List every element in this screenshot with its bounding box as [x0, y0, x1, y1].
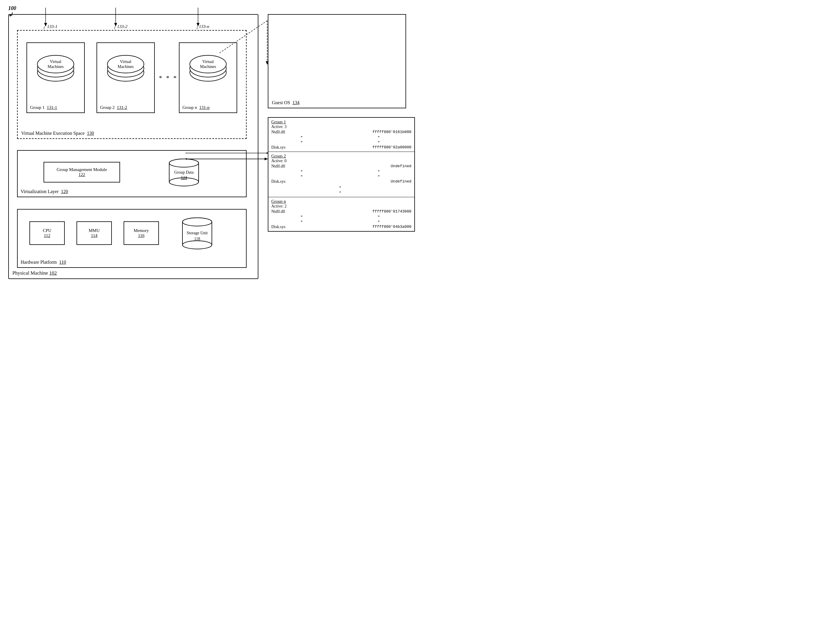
groupn-ntdll-key: Ntdll.dll — [271, 209, 298, 214]
arrow-label-133-n: 133-n — [199, 24, 209, 29]
group2-trailing-stars2: * — [271, 190, 411, 195]
mmu-box: MMU 114 — [77, 221, 112, 245]
group-2-label: Group 2 131-2 — [100, 105, 127, 110]
groupn-ntdll-value: fffff880'01743000 — [372, 209, 411, 214]
mgmt-module-box: Group Management Module 122 — [44, 162, 120, 183]
storage-unit-cylinder: Storage Unit 118 — [180, 216, 215, 254]
group1-stars1: * * — [271, 135, 411, 139]
svg-text:Virtual: Virtual — [50, 59, 62, 64]
svg-text:Machines: Machines — [118, 64, 134, 69]
cpu-ref: 112 — [44, 233, 50, 238]
guest-os-ref: 134 — [292, 100, 300, 105]
groupn-disksys-key: Disk.sys — [271, 225, 298, 229]
hw-platform-text: Hardware Platform — [21, 260, 57, 265]
group1-disksys-row: Disk.sys fffff880'02a00000 — [271, 145, 411, 150]
svg-point-2 — [38, 56, 74, 73]
group-2-box: Virtual Machines Group 2 131-2 — [96, 42, 155, 113]
svg-point-7 — [108, 56, 144, 73]
physical-machine-ref: 102 — [49, 270, 57, 276]
groupn-stars2: * * — [271, 219, 411, 224]
guest-os-text: Guest OS — [272, 100, 290, 105]
physical-machine-text: Physical Machine — [12, 270, 48, 276]
stars-between-groups: * * * — [159, 74, 178, 82]
data-table: Group 1 Active: 3 Ntdll.dll fffff880'016… — [268, 117, 415, 232]
mmu-ref: 114 — [91, 233, 97, 238]
virt-layer-label: Virtualization Layer 120 — [21, 189, 68, 194]
group2-ntdll-row: Ntdll.dll Undefined — [271, 164, 411, 168]
group2-stars1: * * — [271, 169, 411, 174]
group2-ntdll-value: Undefined — [391, 164, 411, 168]
vm-execution-text: Virtual Machine Execution Space — [21, 131, 85, 136]
cpu-label: CPU — [42, 228, 51, 233]
guest-os-label: Guest OS 134 — [272, 100, 300, 105]
groupn-disksys-row: Disk.sys fffff880'04b3a000 — [271, 225, 411, 229]
physical-machine-box: Physical Machine 102 133-1 133-2 133-n {… — [8, 14, 258, 279]
group-n-box: Virtual Machines Group n 131-n — [179, 42, 237, 113]
virt-layer-text: Virtualization Layer — [21, 189, 59, 194]
data-section-group2: Group 2 Active: 0 Ntdll.dll Undefined * … — [268, 152, 414, 197]
groupn-ntdll-row: Ntdll.dll fffff880'01743000 — [271, 209, 411, 214]
group1-title: Group 1 — [271, 119, 411, 124]
svg-text:Group Data: Group Data — [174, 170, 194, 175]
svg-text:Machines: Machines — [48, 64, 64, 69]
vm-icon-1: Virtual Machines — [35, 51, 76, 83]
vm-icon-n: Virtual Machines — [188, 51, 229, 83]
brace-1: { — [44, 25, 45, 30]
hw-platform-label: Hardware Platform 110 — [21, 260, 66, 265]
brace-n: { — [197, 25, 198, 30]
group1-disksys-key: Disk.sys — [271, 145, 298, 150]
svg-text:118: 118 — [194, 237, 200, 241]
mgmt-module-label: Group Management Module — [57, 167, 107, 172]
group1-ntdll-key: Ntdll.dll — [271, 130, 298, 134]
virt-layer-box: Group Management Module 122 Group Data 1… — [17, 150, 247, 197]
data-section-groupn: Group n Active: 2 Ntdll.dll fffff880'017… — [268, 197, 414, 231]
svg-point-12 — [190, 56, 226, 73]
data-section-group1: Group 1 Active: 3 Ntdll.dll fffff880'016… — [268, 118, 414, 152]
group2-active: Active: 0 — [271, 159, 411, 163]
memory-label: Memory — [134, 228, 149, 233]
hw-platform-ref: 110 — [59, 260, 66, 265]
svg-point-18 — [169, 159, 199, 167]
groupn-title: Group n — [271, 199, 411, 204]
svg-text:124: 124 — [181, 175, 187, 180]
group-data-area: Group Data 124 — [165, 157, 203, 192]
vm-icon-2: Virtual Machines — [105, 51, 146, 83]
group2-trailing-stars1: * — [271, 185, 411, 190]
svg-text:Machines: Machines — [200, 64, 216, 69]
svg-text:Virtual: Virtual — [120, 59, 132, 64]
groupn-active: Active: 2 — [271, 204, 411, 209]
group1-ntdll-value: fffff880'0161b000 — [372, 130, 411, 134]
group-n-label: Group n 131-n — [183, 105, 209, 110]
group-1-label: Group 1 131-1 — [30, 105, 57, 110]
brace-2: { — [114, 25, 116, 30]
group2-title: Group 2 — [271, 154, 411, 159]
group1-disksys-value: fffff880'02a00000 — [372, 145, 411, 150]
hw-platform-box: CPU 112 MMU 114 Memory 116 Storage — [17, 209, 247, 268]
svg-point-24 — [183, 218, 212, 226]
group2-disksys-value: Undefined — [391, 179, 411, 184]
group1-ntdll-row: Ntdll.dll fffff880'0161b000 — [271, 130, 411, 134]
memory-box: Memory 116 — [124, 221, 159, 245]
svg-text:Virtual: Virtual — [202, 59, 214, 64]
groupn-stars1: * * — [271, 214, 411, 219]
arrow-label-133-1: 133-1 — [47, 24, 57, 29]
group1-active: Active: 3 — [271, 124, 411, 129]
fig-num-text: 100 — [8, 5, 16, 11]
group2-disksys-key: Disk.sys — [271, 179, 298, 184]
mmu-label: MMU — [88, 228, 100, 233]
group2-disksys-row: Disk.sys Undefined — [271, 179, 411, 184]
virt-layer-ref: 120 — [61, 189, 68, 194]
cpu-box: CPU 112 — [29, 221, 65, 245]
guest-os-box: User Applications 136 Group Randomizatio… — [268, 14, 406, 108]
svg-text:Storage Unit: Storage Unit — [186, 231, 207, 235]
vm-execution-ref: 130 — [87, 131, 94, 136]
group2-stars2: * * — [271, 174, 411, 179]
physical-machine-label: Physical Machine 102 — [12, 270, 57, 276]
svg-point-23 — [183, 241, 212, 249]
memory-ref: 116 — [138, 233, 144, 238]
group1-stars2: * * — [271, 140, 411, 144]
vm-execution-space-box: 133-1 133-2 133-n { { { Virtual — [17, 30, 247, 139]
group-data-cylinder: Group Data 124 — [166, 157, 202, 189]
vm-execution-label: Virtual Machine Execution Space 130 — [21, 131, 94, 136]
group-1-box: Virtual Machines Group 1 131-1 — [26, 42, 85, 113]
